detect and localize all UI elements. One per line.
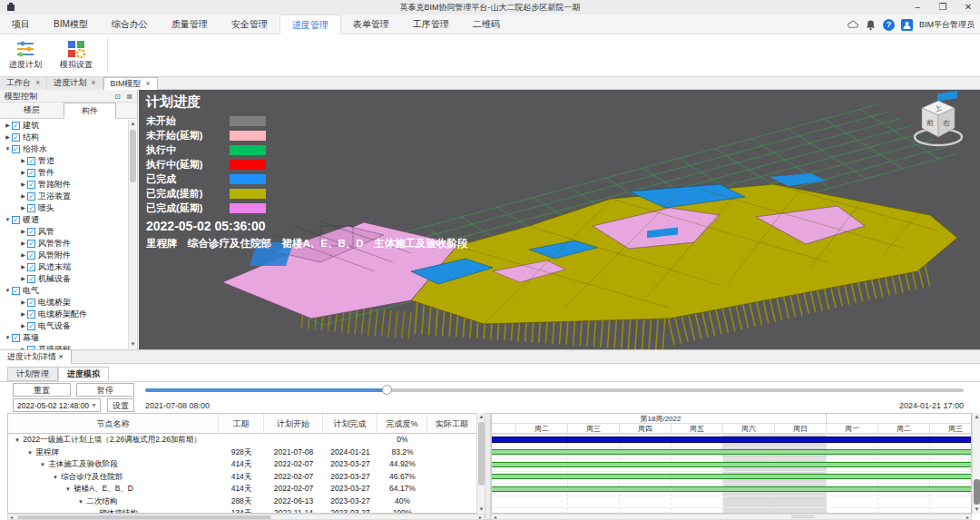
gantt-bar-row-0[interactable] [492,437,972,443]
panel-splitter[interactable] [485,413,491,520]
tree-item-机械设备[interactable]: ▶✓机械设备 [0,273,130,285]
tree-item-卫浴装置[interactable]: ▶✓卫浴装置 [0,191,130,202]
tree-expand-icon[interactable]: ▼ [4,214,12,226]
tree-expand-icon[interactable]: ▶ [4,132,12,143]
scroll-right-arrow[interactable]: ► [965,515,970,520]
tree-item-风道末端[interactable]: ▶✓风道末端 [0,261,130,273]
row-expand-icon[interactable]: ▼ [14,435,21,446]
menu-item-进度管理[interactable]: 进度管理 [279,15,341,34]
tree-expand-icon[interactable]: ▶ [19,261,27,273]
table-row[interactable]: ▼ 综合诊疗及住院部414天2022-02-072023-03-2746.67% [8,471,476,484]
tree-item-电缆桥架配件[interactable]: ▶✓电缆桥架配件 [0,309,130,320]
scroll-up-arrow[interactable]: ▲ [973,413,980,421]
table-row[interactable]: ▼ 二次结构288天2022-06-132023-03-2740% [8,495,476,508]
view-cube[interactable]: 上 前 右 [907,97,969,150]
tree-checkbox[interactable]: ✓ [12,122,20,130]
gantt-hscrollbar[interactable]: ◄ ► [491,514,972,520]
tree-expand-icon[interactable]: ▶ [4,120,12,132]
pause-button[interactable]: 暂停 [76,383,134,397]
table-row[interactable]: 砌体墙结构134天2022-11-142023-03-27100% [8,507,476,514]
tree-checkbox[interactable]: ✓ [12,145,20,153]
bell-icon[interactable] [865,19,877,31]
column-header-完成度%[interactable]: 完成度% [377,414,427,434]
tree-checkbox[interactable]: ✓ [27,192,35,201]
tree-checkbox[interactable]: ✓ [27,263,35,271]
tree-checkbox[interactable]: ✓ [27,157,35,165]
tree-expand-icon[interactable]: ▶ [19,320,27,332]
timeline-slider[interactable] [145,388,964,392]
gantt-bar-row-1[interactable] [492,449,972,455]
gantt-bar-row-3[interactable] [492,474,972,479]
tree-expand-icon[interactable]: ▶ [19,238,27,250]
row-expand-icon[interactable]: ▼ [26,447,34,459]
scroll-down-arrow[interactable]: ▼ [129,340,137,348]
row-expand-icon[interactable]: ▼ [64,484,72,495]
menu-item-工序管理[interactable]: 工序管理 [401,15,461,34]
gantt-vscrollbar[interactable]: ▲ ▼ [972,413,980,514]
row-expand-icon[interactable]: ▼ [77,496,84,508]
doc-tab-工作台[interactable]: 工作台× [0,77,47,90]
tree-expand-icon[interactable]: ▶ [19,226,27,238]
tree-item-风管[interactable]: ▶✓风管 [0,226,130,238]
tree-checkbox[interactable]: ✓ [27,240,35,248]
tree-checkbox[interactable]: ✓ [27,299,35,307]
tree-item-管路附件[interactable]: ▶✓管路附件 [0,179,130,191]
settings-button[interactable]: 设置 [107,398,134,412]
panel-tab-楼层[interactable]: 楼层 [5,103,58,119]
tree-expand-icon[interactable]: ▶ [19,191,27,202]
table-hscrollbar[interactable]: ◄ ► [7,514,485,520]
help-icon[interactable]: ? [883,19,895,31]
tree-item-暖通[interactable]: ▼✓暖通 [0,214,130,226]
menu-item-二维码[interactable]: 二维码 [461,15,512,34]
reset-button[interactable]: 重置 [13,383,71,397]
scroll-left-arrow[interactable]: ◄ [493,515,497,520]
menu-item-综合办公[interactable]: 综合办公 [100,15,160,34]
gantt-bar-row-4[interactable] [492,486,972,492]
tree-expand-icon[interactable]: ▶ [19,273,27,285]
tab-close-icon[interactable]: × [91,78,95,87]
table-row[interactable]: ▼ 主体施工及验收阶段414天2022-02-072023-03-2744.92… [8,458,476,471]
tab-schedule-detail[interactable]: 进度计划详情 × [0,350,72,364]
menu-item-表单管理[interactable]: 表单管理 [341,15,401,34]
tree-expand-icon[interactable]: ▶ [19,202,27,214]
column-header-节点名称[interactable]: 节点名称 [8,414,219,434]
tree-item-管件[interactable]: ▶✓管件 [0,167,130,179]
table-row[interactable]: ▼ 裙楼A、E、B、D414天2022-02-072023-03-2764.17… [8,483,476,495]
column-header-计划开始[interactable]: 计划开始 [264,414,323,434]
tree-checkbox[interactable]: ✓ [27,251,35,260]
tab-close-icon[interactable]: × [146,79,151,88]
table-row[interactable]: ▼ 里程牌928天2021-07-082024-01-2183.2% [8,446,476,459]
schedule-plan-button[interactable]: 进度计划 [2,35,49,75]
subtab-计划管理[interactable]: 计划管理 [7,367,58,381]
column-header-计划完成[interactable]: 计划完成 [323,414,377,434]
tree-checkbox[interactable]: ✓ [27,169,35,177]
panel-window-buttons[interactable]: ⊡ ⊠ [114,91,134,103]
maximize-button[interactable]: ❐ [931,0,955,14]
menu-item-BIM模型[interactable]: BIM模型 [42,15,100,34]
tree-item-幕墙[interactable]: ▼✓幕墙 [0,332,130,344]
tab-close-icon[interactable]: × [35,78,40,87]
tree-expand-icon[interactable]: ▶ [19,179,27,191]
table-row[interactable]: ▼ 2022一级施工计划上墙（2.26调板式用2.26加前期）0% [8,434,476,446]
tree-scrollbar[interactable]: ▲ ▼ [128,120,136,348]
minimize-button[interactable]: – [906,0,929,14]
tree-item-建筑[interactable]: ▶✓建筑 [0,120,130,132]
tree-item-管道[interactable]: ▶✓管道 [0,155,130,167]
column-header-工期[interactable]: 工期 [219,414,264,434]
tab-close-icon[interactable]: × [59,352,64,361]
tree-expand-icon[interactable]: ▼ [4,332,12,344]
tree-expand-icon[interactable]: ▶ [19,297,27,309]
scroll-right-arrow[interactable]: ► [478,515,483,520]
menu-item-项目[interactable]: 项目 [0,15,42,34]
scroll-down-arrow[interactable]: ▼ [973,505,980,514]
scroll-up-arrow[interactable]: ▲ [129,120,137,128]
tree-checkbox[interactable]: ✓ [27,228,35,236]
viewport-3d[interactable]: 计划进度 未开始未开始(延期)执行中执行中(延期)已完成已完成(提前)已完成(延… [139,90,980,349]
doc-tab-进度计划[interactable]: 进度计划× [47,77,103,90]
tree-checkbox[interactable]: ✓ [27,181,35,189]
scroll-left-arrow[interactable]: ◄ [9,515,14,520]
close-button[interactable]: ✕ [956,0,980,14]
table-vscrollbar[interactable]: ▲ ▼ [476,413,485,514]
tree-checkbox[interactable]: ✓ [27,322,35,330]
tree-checkbox[interactable]: ✓ [12,216,20,224]
